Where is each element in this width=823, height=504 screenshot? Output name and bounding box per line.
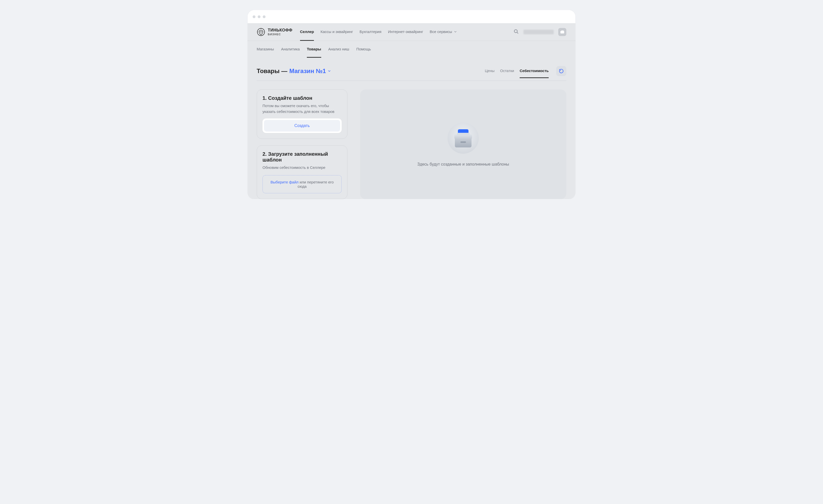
primary-nav: Селлер Кассы и эквайринг Бухгалтерия Инт…: [300, 23, 457, 41]
steps-sidebar: 1. Создайте шаблон Потом вы сможете скач…: [257, 89, 347, 199]
tab-prices[interactable]: Цены: [485, 68, 495, 78]
refresh-icon: [559, 68, 564, 73]
nav-all-services[interactable]: Все сервисы: [430, 23, 457, 41]
dropzone-text: или перетяните его сюда: [298, 180, 334, 189]
svg-line-7: [517, 32, 518, 33]
wallet-button[interactable]: [558, 28, 566, 36]
nav-label: Кассы и эквайринг: [320, 29, 353, 34]
nav-label: Все сервисы: [430, 29, 452, 34]
user-name-placeholder: [523, 30, 554, 34]
window-dot: [253, 15, 256, 18]
wallet-icon: [560, 29, 565, 34]
tab-label: Остатки: [500, 68, 514, 73]
chevron-down-icon: [454, 30, 457, 33]
templates-panel: Здесь будут созданные и заполненные шабл…: [360, 89, 566, 199]
drawer-illustration: [447, 122, 480, 155]
svg-rect-15: [457, 133, 470, 135]
subnav-niches[interactable]: Анализ ниш: [328, 41, 349, 58]
page: Товары — Магазин №1 Цены Остатки Себесто…: [248, 57, 575, 199]
page-title: Товары — Магазин №1: [257, 67, 331, 74]
subnav-analytics[interactable]: Аналитика: [281, 41, 300, 58]
step-card-1: 1. Создайте шаблон Потом вы сможете скач…: [257, 89, 347, 139]
step-card-2: 2. Загрузите заполненный шаблон Обновим …: [257, 146, 347, 199]
tab-label: Себестоимость: [520, 68, 549, 73]
search-icon: [513, 29, 519, 34]
step1-desc: Потом вы сможете скачать его, чтобы указ…: [263, 103, 342, 114]
create-button-wrap: Создать: [263, 118, 342, 133]
nav-accounting[interactable]: Бухгалтерия: [359, 23, 381, 41]
file-dropzone[interactable]: Выберите файл или перетяните его сюда: [263, 175, 342, 193]
logo[interactable]: ТИНЬКОФФ БИЗНЕС: [257, 28, 293, 36]
logo-icon: [257, 28, 265, 36]
page-title-prefix: Товары —: [257, 67, 287, 74]
browser-window: ТИНЬКОФФ БИЗНЕС Селлер Кассы и эквайринг…: [248, 10, 575, 199]
tab-stock[interactable]: Остатки: [500, 68, 514, 78]
shop-selector[interactable]: Магазин №1: [289, 67, 331, 74]
nav-seller[interactable]: Селлер: [300, 23, 314, 41]
refresh-button[interactable]: [556, 66, 566, 76]
subnav-help[interactable]: Помощь: [356, 41, 371, 58]
window-dot: [258, 15, 261, 18]
logo-line1: ТИНЬКОФФ: [268, 28, 293, 32]
chevron-down-icon: [328, 69, 331, 73]
button-label: Создать: [295, 123, 310, 128]
subnav-goods[interactable]: Товары: [307, 41, 321, 58]
shop-name: Магазин №1: [289, 67, 326, 74]
subnav-label: Товары: [307, 47, 321, 51]
subnav-shops[interactable]: Магазины: [257, 41, 274, 58]
subnav-label: Помощь: [356, 47, 371, 51]
step2-title: 2. Загрузите заполненный шаблон: [263, 151, 342, 163]
browser-chrome: [248, 10, 575, 23]
app-shell: ТИНЬКОФФ БИЗНЕС Селлер Кассы и эквайринг…: [248, 23, 575, 199]
logo-text: ТИНЬКОФФ БИЗНЕС: [268, 28, 293, 36]
logo-line2: БИЗНЕС: [268, 33, 293, 36]
window-dot: [263, 15, 266, 18]
nav-label: Интернет-эквайринг: [388, 29, 423, 34]
topbar-right: [513, 28, 566, 36]
page-header: Товары — Магазин №1 Цены Остатки Себесто…: [257, 66, 566, 81]
nav-label: Селлер: [300, 29, 314, 34]
svg-point-1: [261, 31, 262, 32]
page-tabs: Цены Остатки Себестоимость: [485, 66, 566, 76]
create-template-button[interactable]: Создать: [264, 120, 340, 132]
sub-nav: Магазины Аналитика Товары Анализ ниш Пом…: [248, 41, 575, 57]
step2-desc: Обновим себестоимость в Селлере: [263, 165, 342, 171]
step1-title: 1. Создайте шаблон: [263, 95, 342, 101]
svg-rect-14: [460, 142, 466, 143]
subnav-label: Аналитика: [281, 47, 300, 51]
top-bar: ТИНЬКОФФ БИЗНЕС Селлер Кассы и эквайринг…: [248, 23, 575, 41]
choose-file-link[interactable]: Выберите файл: [271, 180, 299, 184]
search-button[interactable]: [513, 29, 519, 35]
subnav-label: Магазины: [257, 47, 274, 51]
nav-kassy[interactable]: Кассы и эквайринг: [320, 23, 353, 41]
content: 1. Создайте шаблон Потом вы сможете скач…: [257, 81, 566, 199]
nav-acquiring[interactable]: Интернет-эквайринг: [388, 23, 423, 41]
tab-cost[interactable]: Себестоимость: [520, 68, 549, 78]
tab-label: Цены: [485, 68, 495, 73]
empty-state-text: Здесь будут созданные и заполненные шабл…: [417, 162, 509, 167]
nav-label: Бухгалтерия: [359, 29, 381, 34]
svg-rect-10: [561, 31, 564, 32]
subnav-label: Анализ ниш: [328, 47, 349, 51]
